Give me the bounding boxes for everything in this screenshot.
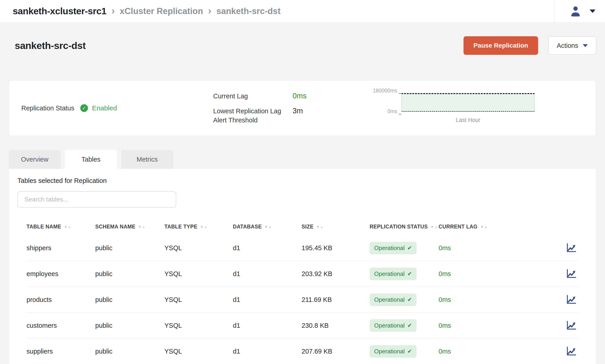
lag-chart-grid: 180000ms 0ms xyxy=(370,93,535,112)
cell-database: d1 xyxy=(233,322,302,329)
cell-replication-status: Operational ✔ xyxy=(370,319,439,332)
enabled-check-icon: ✓ xyxy=(80,104,88,112)
check-icon: ✔ xyxy=(407,271,412,277)
cell-replication-status: Operational ✔ xyxy=(370,268,439,280)
cell-size: 195.45 KB xyxy=(302,244,370,252)
replication-tables-table: TABLE NAME ▼▲ SCHEMA NAME ▼▲ TABLE TYPE … xyxy=(17,218,588,364)
lag-chart-y-axis: 180000ms 0ms xyxy=(370,93,401,112)
y-axis-tick xyxy=(399,114,401,115)
tab-tables[interactable]: Tables xyxy=(65,150,117,169)
tab-bar: Overview Tables Metrics xyxy=(9,150,596,169)
breadcrumb-separator-icon: › xyxy=(208,6,211,17)
column-header-database[interactable]: DATABASE ▼▲ xyxy=(233,224,302,230)
cell-replication-status: Operational ✔ xyxy=(370,345,439,358)
chevron-down-icon xyxy=(583,44,588,47)
column-header-table-name[interactable]: TABLE NAME ▼▲ xyxy=(26,224,95,230)
cell-lag-graph xyxy=(561,321,579,330)
sort-icon: ▼▲ xyxy=(265,225,272,229)
user-icon xyxy=(570,5,581,17)
sort-icon: ▼▲ xyxy=(430,225,438,229)
cell-database: d1 xyxy=(233,348,302,355)
column-header-replication-status[interactable]: REPLICATION STATUS ▼▲ xyxy=(370,224,439,230)
cell-current-lag: 0ms xyxy=(439,348,561,355)
lag-threshold-value: 3m xyxy=(292,106,303,115)
status-badge: Operational ✔ xyxy=(370,242,417,254)
cell-current-lag: 0ms xyxy=(439,322,561,329)
current-lag-value: 0ms xyxy=(292,91,307,100)
cell-lag-graph xyxy=(561,243,579,253)
table-row: suppliers public YSQL d1 207.69 KB Opera… xyxy=(26,339,579,364)
cell-schema-name: public xyxy=(95,244,164,252)
cell-replication-status: Operational ✔ xyxy=(370,294,439,306)
cell-current-lag: 0ms xyxy=(439,296,561,303)
lag-threshold-label: Lowest Replication Lag Alert Threshold xyxy=(213,106,292,125)
breadcrumb-xcluster-link[interactable]: xCluster Replication xyxy=(120,6,203,16)
lag-chart-plot-area xyxy=(401,93,535,112)
replication-status-card: Replication Status ✓ Enabled Current Lag… xyxy=(9,80,596,136)
lag-chart-x-label: Last Hour xyxy=(401,117,535,123)
topbar-right xyxy=(554,0,599,23)
sort-icon: ▼▲ xyxy=(316,225,324,229)
actions-button[interactable]: Actions xyxy=(548,36,596,55)
sort-icon: ▼▲ xyxy=(138,225,146,229)
table-body: shippers public YSQL d1 195.45 KB Operat… xyxy=(26,235,579,364)
cell-database: d1 xyxy=(233,296,302,303)
cell-table-name: shippers xyxy=(26,244,95,252)
y-axis-max-label: 180000ms xyxy=(373,91,401,94)
lag-graph-icon[interactable] xyxy=(566,321,577,330)
cell-size: 211.69 KB xyxy=(302,296,370,303)
lag-graph-icon[interactable] xyxy=(566,295,577,305)
status-badge: Operational ✔ xyxy=(370,345,417,358)
cell-schema-name: public xyxy=(95,348,164,355)
user-menu[interactable] xyxy=(570,5,599,17)
cell-table-type: YSQL xyxy=(164,296,233,303)
check-icon: ✔ xyxy=(407,297,412,303)
column-header-schema-name[interactable]: SCHEMA NAME ▼▲ xyxy=(95,224,164,230)
table-row: employees public YSQL d1 203.92 KB Opera… xyxy=(26,261,579,287)
cell-size: 203.92 KB xyxy=(302,270,370,278)
check-icon: ✔ xyxy=(407,245,412,251)
lag-chart: 180000ms 0ms Last Hour xyxy=(370,93,535,123)
cell-size: 207.69 KB xyxy=(302,348,370,355)
replication-status-value: Enabled xyxy=(92,104,117,112)
column-header-table-type[interactable]: TABLE TYPE ▼▲ xyxy=(164,224,233,230)
status-badge: Operational ✔ xyxy=(370,294,417,306)
breadcrumb-current-page: sanketh-src-dst xyxy=(216,6,280,16)
tables-panel: Tables selected for Replication TABLE NA… xyxy=(9,169,596,364)
tab-metrics[interactable]: Metrics xyxy=(121,150,173,169)
title-actions: Pause Replication Actions xyxy=(463,36,596,55)
cell-current-lag: 0ms xyxy=(439,244,561,252)
tables-panel-heading: Tables selected for Replication xyxy=(17,177,588,184)
check-icon: ✔ xyxy=(407,348,412,354)
breadcrumb-universe-link[interactable]: sanketh-xcluster-src1 xyxy=(13,6,106,16)
lag-graph-icon[interactable] xyxy=(566,269,577,279)
sort-icon: ▼▲ xyxy=(64,225,72,229)
column-header-size[interactable]: SIZE ▼▲ xyxy=(302,224,370,230)
lag-summary: Current Lag 0ms Lowest Replication Lag A… xyxy=(213,91,370,125)
cell-table-name: employees xyxy=(26,270,95,278)
lag-graph-icon[interactable] xyxy=(566,346,577,356)
cell-lag-graph xyxy=(561,346,579,356)
cell-lag-graph xyxy=(561,295,579,305)
search-input[interactable] xyxy=(17,191,176,208)
lag-graph-icon[interactable] xyxy=(566,243,577,253)
breadcrumb-separator-icon: › xyxy=(111,6,115,17)
cell-table-name: products xyxy=(26,296,95,303)
table-row: shippers public YSQL d1 195.45 KB Operat… xyxy=(26,235,579,261)
cell-table-type: YSQL xyxy=(164,244,233,252)
y-axis-min-label: 0ms xyxy=(388,111,401,115)
cell-schema-name: public xyxy=(95,270,164,278)
y-axis-tick xyxy=(399,93,401,94)
breadcrumb: sanketh-xcluster-src1 › xCluster Replica… xyxy=(13,6,280,17)
cell-current-lag: 0ms xyxy=(439,270,561,278)
current-lag-row: Current Lag 0ms xyxy=(213,91,370,101)
tab-overview[interactable]: Overview xyxy=(9,150,61,169)
cell-lag-graph xyxy=(561,269,579,279)
table-header-row: TABLE NAME ▼▲ SCHEMA NAME ▼▲ TABLE TYPE … xyxy=(26,218,579,235)
table-row: products public YSQL d1 211.69 KB Operat… xyxy=(26,287,579,313)
column-header-current-lag[interactable]: CURRENT LAG ▼▲ xyxy=(439,224,561,230)
pause-replication-button[interactable]: Pause Replication xyxy=(463,36,538,55)
cell-replication-status: Operational ✔ xyxy=(370,242,439,254)
table-row: customers public YSQL d1 230.8 KB Operat… xyxy=(26,313,579,339)
cell-table-type: YSQL xyxy=(164,270,233,278)
